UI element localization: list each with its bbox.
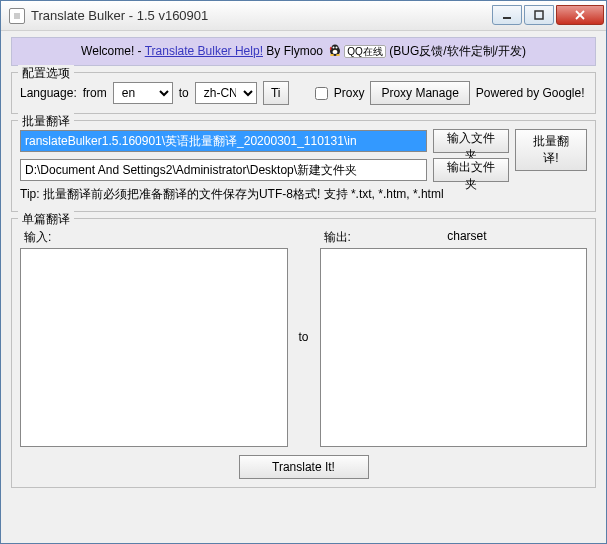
svg-rect-1 — [535, 11, 543, 19]
charset-label: charset — [351, 229, 583, 246]
config-section: 配置选项 Language: from en to zh-CN Ti Proxy… — [11, 72, 596, 114]
to-lang-select[interactable]: zh-CN — [195, 82, 257, 104]
svg-point-11 — [333, 50, 338, 54]
qq-online-badge[interactable]: QQ在线 — [344, 45, 386, 58]
qq-icon[interactable] — [328, 43, 342, 60]
input-folder-field[interactable] — [20, 130, 427, 152]
proxy-checkbox[interactable] — [315, 87, 328, 100]
batch-section: 批量翻译 输入文件夹 输出文件夹 批量翻译! Tip: 批量翻译前必须把准备翻译… — [11, 120, 596, 212]
powered-by-label: Powered by Google! — [476, 86, 585, 100]
to-separator: to — [292, 227, 316, 447]
config-legend: 配置选项 — [18, 65, 74, 82]
proxy-label: Proxy — [334, 86, 365, 100]
svg-point-10 — [336, 54, 340, 56]
window-controls — [490, 5, 604, 27]
app-window: Translate Bulker - 1.5 v160901 Welcome! … — [0, 0, 607, 544]
svg-point-7 — [336, 47, 338, 49]
input-textarea[interactable] — [20, 248, 288, 447]
output-folder-field[interactable] — [20, 159, 427, 181]
welcome-bar: Welcome! - Translate Bulker Help! By Fly… — [11, 37, 596, 66]
output-column: 输出: charset — [320, 227, 588, 447]
from-label: from — [83, 86, 107, 100]
maximize-button[interactable] — [524, 5, 554, 25]
to-label: to — [179, 86, 189, 100]
welcome-by: By Flymoo — [263, 44, 326, 58]
help-link[interactable]: Translate Bulker Help! — [145, 44, 263, 58]
titlebar[interactable]: Translate Bulker - 1.5 v160901 — [1, 1, 606, 31]
translate-button[interactable]: Translate It! — [239, 455, 369, 479]
single-legend: 单篇翻译 — [18, 211, 74, 228]
input-folder-button[interactable]: 输入文件夹 — [433, 129, 509, 153]
language-label: Language: — [20, 86, 77, 100]
batch-translate-button[interactable]: 批量翻译! — [515, 129, 587, 171]
input-column: 输入: — [20, 227, 288, 447]
batch-legend: 批量翻译 — [18, 113, 74, 130]
welcome-prefix: Welcome! - — [81, 44, 145, 58]
close-button[interactable] — [556, 5, 604, 25]
app-icon — [9, 8, 25, 24]
svg-point-6 — [333, 47, 335, 49]
from-lang-select[interactable]: en — [113, 82, 173, 104]
minimize-button[interactable] — [492, 5, 522, 25]
output-folder-button[interactable]: 输出文件夹 — [433, 158, 509, 182]
svg-point-9 — [330, 54, 334, 56]
output-textarea[interactable] — [320, 248, 588, 447]
single-section: 单篇翻译 输入: to 输出: charset Translate It! — [11, 218, 596, 488]
ti-button[interactable]: Ti — [263, 81, 289, 105]
proxy-manage-button[interactable]: Proxy Manage — [370, 81, 469, 105]
window-title: Translate Bulker - 1.5 v160901 — [31, 8, 490, 23]
input-label: 输入: — [24, 229, 51, 246]
welcome-suffix: (BUG反馈/软件定制/开发) — [386, 44, 526, 58]
output-label: 输出: — [324, 229, 351, 246]
batch-tip: Tip: 批量翻译前必须把准备翻译的文件保存为UTF-8格式! 支持 *.txt… — [20, 186, 587, 203]
content: Welcome! - Translate Bulker Help! By Fly… — [1, 31, 606, 494]
